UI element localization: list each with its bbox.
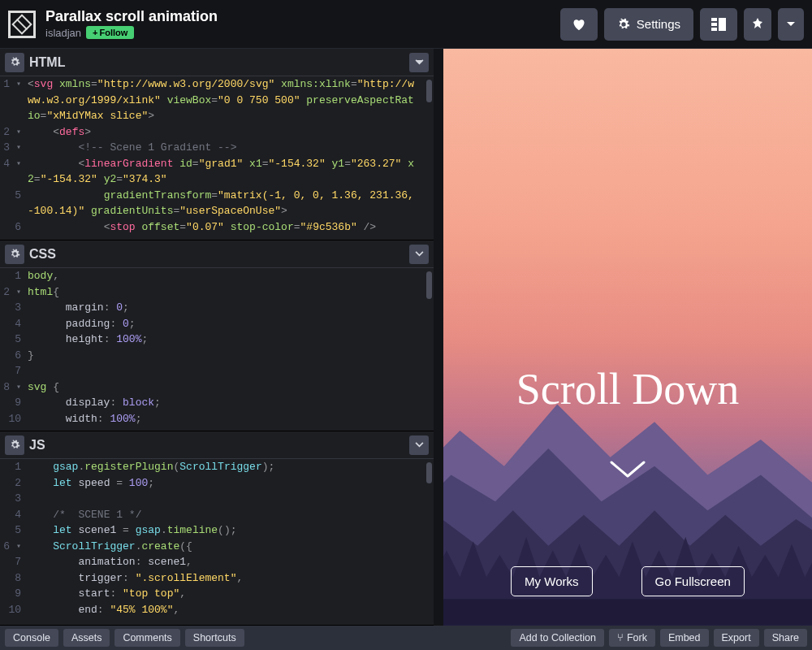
js-settings-button[interactable] [5,436,24,455]
css-code-area[interactable]: 12 ▾345678 ▾910 body, html{ margin: 0; p… [0,268,434,431]
header-dropdown-button[interactable] [778,8,804,41]
js-dropdown-button[interactable] [409,436,429,455]
gear-icon [10,249,20,259]
settings-button[interactable]: Settings [604,8,693,41]
html-settings-button[interactable] [5,53,24,72]
scrollbar-thumb[interactable] [426,271,432,299]
gear-icon [617,18,630,31]
svg-rect-0 [711,18,717,21]
embed-button[interactable]: Embed [660,629,709,647]
html-dropdown-button[interactable] [409,53,429,72]
js-editor-header: JS [0,431,434,459]
svg-rect-1 [711,23,717,26]
scroll-down-text: Scroll Down [516,364,739,414]
html-gutter: 1 ▾ 2 ▾3 ▾4 ▾ 5 6 [0,76,28,240]
html-code[interactable]: <svg xmlns="http://www.w3.org/2000/svg" … [28,76,434,240]
layout-icon [711,18,726,31]
preview-pane: Scroll Down My Works Go Fullscreen [443,49,812,626]
html-code-area[interactable]: 1 ▾ 2 ▾3 ▾4 ▾ 5 6 <svg xmlns="http://www… [0,76,434,240]
css-dropdown-button[interactable] [409,245,429,264]
svg-rect-3 [719,18,726,31]
add-to-collection-button[interactable]: Add to Collection [511,629,604,647]
js-editor: JS 123456 ▾78910 gsap.registerPlugin(Scr… [0,431,434,626]
html-editor-title: HTML [29,55,65,70]
title-block: Parallax scroll animation isladjan + Fol… [45,9,218,40]
pin-icon [752,18,763,31]
scrollbar-thumb[interactable] [426,462,432,483]
export-button[interactable]: Export [714,629,759,647]
fork-button[interactable]: ⑂Fork [609,629,655,647]
scroll-chevron-icon [607,458,648,484]
js-editor-title: JS [29,438,45,453]
js-code-area[interactable]: 123456 ▾78910 gsap.registerPlugin(Scroll… [0,459,434,625]
chevron-down-icon [415,442,424,448]
css-gutter: 12 ▾345678 ▾910 [0,268,28,431]
scrollbar-thumb[interactable] [426,80,432,102]
js-gutter: 123456 ▾78910 [0,459,28,625]
html-editor: HTML 1 ▾ 2 ▾3 ▾4 ▾ 5 6 <svg xmlns="http:… [0,49,434,240]
preview-buttons: My Works Go Fullscreen [443,566,812,596]
shortcuts-button[interactable]: Shortcuts [185,629,244,647]
my-works-button[interactable]: My Works [511,566,592,596]
gear-icon [10,57,20,67]
comments-button[interactable]: Comments [114,629,179,647]
header: Parallax scroll animation isladjan + Fol… [0,0,812,49]
svg-rect-2 [711,28,717,31]
chevron-down-icon [786,21,796,28]
css-editor-title: CSS [29,247,56,262]
share-button[interactable]: Share [764,629,807,647]
chevron-down-icon [415,251,424,257]
layout-button[interactable] [700,8,737,41]
chevron-down-icon [415,59,424,65]
like-button[interactable] [560,8,598,41]
heart-icon [572,18,586,31]
main: HTML 1 ▾ 2 ▾3 ▾4 ▾ 5 6 <svg xmlns="http:… [0,49,812,626]
go-fullscreen-button[interactable]: Go Fullscreen [641,566,745,596]
console-button[interactable]: Console [5,629,58,647]
editors-column: HTML 1 ▾ 2 ▾3 ▾4 ▾ 5 6 <svg xmlns="http:… [0,49,434,626]
codepen-logo[interactable] [8,11,36,38]
footer: Console Assets Comments Shortcuts Add to… [0,626,812,650]
css-editor: CSS 12 ▾345678 ▾910 body, html{ margin: … [0,240,434,431]
author-name[interactable]: isladjan [45,27,81,39]
pin-button[interactable] [744,8,771,41]
fork-icon: ⑂ [617,632,624,644]
css-editor-header: CSS [0,240,434,268]
follow-button[interactable]: + Follow [86,26,134,39]
css-settings-button[interactable] [5,245,24,264]
css-code[interactable]: body, html{ margin: 0; padding: 0; heigh… [28,268,434,431]
js-code[interactable]: gsap.registerPlugin(ScrollTrigger); let … [28,459,434,625]
gear-icon [10,440,20,450]
html-editor-header: HTML [0,49,434,76]
assets-button[interactable]: Assets [63,629,110,647]
pen-title: Parallax scroll animation [45,9,218,25]
